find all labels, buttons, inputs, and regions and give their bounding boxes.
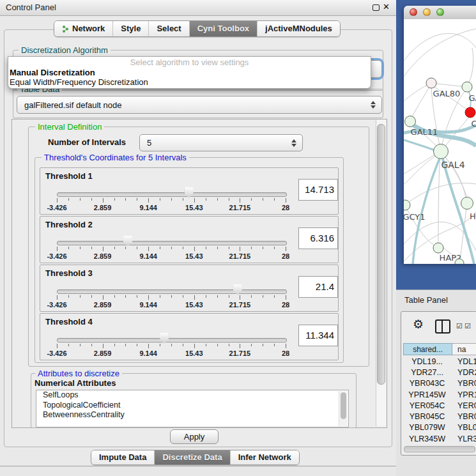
table-row[interactable]: YBR045C YBR0 <box>403 411 476 422</box>
table-data-combobox[interactable]: galFiltered.sif default node <box>17 96 382 114</box>
tick-mark <box>251 198 252 201</box>
table-row[interactable]: YIL052C YIL0 <box>403 444 476 445</box>
tick-label: 28 <box>282 349 289 357</box>
network-window-titlebar[interactable] <box>404 6 476 20</box>
list-item[interactable]: SelfLoops <box>36 390 348 401</box>
tick-mark <box>206 198 206 201</box>
vertical-scrollbar-thumb[interactable] <box>377 124 385 385</box>
slider-track[interactable] <box>57 338 287 342</box>
table-row[interactable]: YDL19... YDL1 <box>403 356 476 367</box>
tab-jactivemnodules[interactable]: jActiveMNodules <box>257 21 340 36</box>
horizontal-scrollbar-thumb[interactable] <box>404 446 475 452</box>
number-of-intervals-combobox[interactable]: 5 <box>139 134 303 151</box>
control-panel-titlebar: Control Panel ✕ <box>0 0 396 16</box>
tick-mark <box>286 344 286 348</box>
node-table-card: ⚙ ☑ ☑ shared... na YDL19... YDL1 YDR27..… <box>401 311 476 456</box>
tick-mark <box>183 295 183 298</box>
tick-mark <box>80 198 81 201</box>
threshold-value-field[interactable]: 6.316 <box>298 227 338 249</box>
network-node[interactable] <box>465 107 475 118</box>
threshold-panel: Threshold 1 -3.4262.8599.14415.4321.7152… <box>40 167 339 215</box>
tick-mark <box>183 344 183 346</box>
tick-mark <box>160 295 160 298</box>
apply-button[interactable]: Apply <box>170 429 219 444</box>
tick-mark <box>148 198 149 203</box>
threshold-label: Threshold 4 <box>45 317 93 326</box>
close-icon[interactable]: ✕ <box>383 2 390 12</box>
column-header-shared-name[interactable]: shared... <box>403 343 452 355</box>
tick-mark <box>251 295 252 298</box>
table-row[interactable]: YLR345W YLR3 <box>403 433 476 444</box>
slider-track[interactable] <box>57 289 287 294</box>
threshold-value-field[interactable]: 11.344 <box>298 325 338 346</box>
tick-mark <box>229 344 229 346</box>
tick-label: 9.144 <box>139 301 157 309</box>
tick-mark <box>240 247 240 251</box>
threshold-value-field[interactable]: 21.4 <box>298 276 338 298</box>
select-all-icon[interactable]: ☑ <box>456 322 463 330</box>
tick-mark <box>148 247 149 251</box>
threshold-slider[interactable]: -3.4262.8599.14415.4321.71528 <box>53 332 291 358</box>
network-node[interactable] <box>426 78 436 88</box>
column-header-name[interactable]: na <box>452 343 476 355</box>
list-scrollbar[interactable] <box>339 391 348 426</box>
list-item[interactable]: BetweennessCentrality <box>36 410 348 420</box>
threshold-slider[interactable]: -3.4262.8599.14415.4321.71528 <box>53 234 291 261</box>
threshold-slider[interactable]: -3.4262.8599.14415.4321.71528 <box>53 283 291 310</box>
tick-mark <box>194 198 195 203</box>
slider-track[interactable] <box>57 241 287 245</box>
combo-stepper-icon <box>291 139 296 147</box>
network-canvas[interactable]: GAL80GACGAL11GAL4GCY1HHAP2 <box>404 19 476 264</box>
tick-mark <box>206 295 206 298</box>
table-row[interactable]: YPR145W YPR1 <box>403 389 476 400</box>
tab-network[interactable]: Network <box>54 21 112 36</box>
tick-mark <box>263 247 263 249</box>
network-node[interactable] <box>462 82 472 92</box>
network-edge <box>404 29 476 77</box>
tab-impute-data[interactable]: Impute Data <box>91 450 154 464</box>
tick-mark <box>68 295 69 298</box>
node-label: GAL11 <box>411 127 438 137</box>
threshold-label: Threshold 3 <box>45 268 93 278</box>
tick-mark <box>114 247 115 249</box>
threshold-slider[interactable]: -3.4262.8599.14415.4321.71528 <box>53 186 291 213</box>
tab-discretize-data[interactable]: Discretize Data <box>154 450 229 464</box>
network-node[interactable] <box>405 116 416 127</box>
slider-track[interactable] <box>57 192 287 197</box>
gear-icon[interactable]: ⚙ <box>413 317 424 332</box>
algorithm-dropdown-popup: Select algorithm to view settings Manual… <box>8 56 371 89</box>
tick-mark <box>137 295 137 298</box>
tab-style[interactable]: Style <box>112 21 148 36</box>
tab-select[interactable]: Select <box>148 21 188 36</box>
minimize-window-icon[interactable] <box>423 8 431 16</box>
list-scrollbar-thumb[interactable] <box>341 392 346 419</box>
tick-label: 21.715 <box>229 349 251 357</box>
close-window-icon[interactable] <box>410 8 417 16</box>
table-row[interactable]: YBR043C YBR0 <box>403 378 476 389</box>
network-edge <box>404 33 476 61</box>
threshold-label: Threshold 1 <box>45 171 93 181</box>
select-all-icon[interactable]: ☑ <box>464 322 471 330</box>
status-bar <box>0 466 396 476</box>
numerical-attributes-list[interactable]: SelfLoopsTopologicalCoefficientBetweenne… <box>36 390 349 427</box>
threshold-value-field[interactable]: 14.713 <box>298 179 338 201</box>
zoom-window-icon[interactable] <box>436 8 444 16</box>
table-row[interactable]: YBL079W YBL0 <box>403 422 476 433</box>
table-row[interactable]: YER054C YER0 <box>403 400 476 411</box>
cyni-bottom-tabs: Impute DataDiscretize DataInfer Network <box>91 450 300 465</box>
network-node[interactable] <box>434 144 449 159</box>
tick-mark <box>80 295 81 298</box>
network-node[interactable] <box>461 197 473 210</box>
dropdown-option[interactable]: Manual Discretization <box>10 68 95 77</box>
columns-icon[interactable] <box>435 319 450 334</box>
list-item[interactable]: TopologicalCoefficient <box>36 401 348 411</box>
tab-infer-network[interactable]: Infer Network <box>230 450 299 464</box>
table-row[interactable]: YDR27... YDR2 <box>403 367 476 378</box>
network-node[interactable] <box>433 243 443 253</box>
tab-cyni-toolbox[interactable]: Cyni Toolbox <box>189 21 257 36</box>
float-panel-icon[interactable] <box>372 4 380 11</box>
node-label: C <box>471 119 476 128</box>
tick-mark <box>160 247 160 249</box>
dropdown-option[interactable]: Equal Width/Frequency Discretization <box>10 77 148 87</box>
tick-mark <box>274 344 275 346</box>
